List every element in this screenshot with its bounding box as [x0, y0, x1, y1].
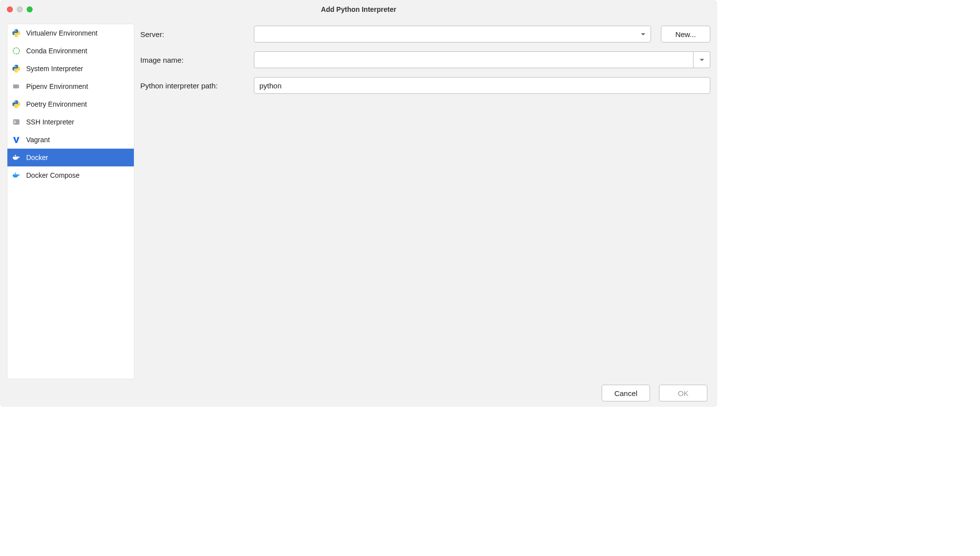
interpreter-type-sidebar: Virtualenv Environment Conda Environment… [7, 24, 134, 379]
close-window-button[interactable] [7, 6, 13, 12]
ok-button-label: OK [678, 389, 689, 397]
sidebar-item-label: Vagrant [26, 136, 50, 144]
sidebar-item-label: Poetry Environment [26, 100, 87, 108]
svg-rect-9 [15, 173, 16, 174]
terminal-icon [11, 117, 21, 127]
sidebar-item-label: SSH Interpreter [26, 118, 74, 126]
python-icon [11, 64, 21, 74]
sidebar-item-label: Pipenv Environment [26, 82, 88, 90]
sidebar-item-virtualenv[interactable]: Virtualenv Environment [7, 24, 134, 42]
sidebar-item-ssh[interactable]: SSH Interpreter [7, 113, 134, 131]
interpreter-path-value: python [259, 81, 282, 90]
pipenv-icon [11, 81, 21, 91]
image-name-row: Image name: [140, 51, 710, 68]
python-icon [11, 28, 21, 38]
server-label: Server: [140, 30, 254, 39]
sidebar-item-conda[interactable]: Conda Environment [7, 42, 134, 60]
sidebar-item-label: Docker Compose [26, 171, 80, 179]
sidebar-item-label: Docker [26, 154, 48, 161]
interpreter-path-input[interactable]: python [254, 77, 710, 94]
image-name-dropdown-button[interactable] [694, 51, 710, 68]
svg-rect-1 [13, 119, 20, 124]
new-server-button-label: New... [675, 30, 696, 39]
cancel-button-label: Cancel [614, 389, 638, 397]
dialog-window: Add Python Interpreter Virtualenv Enviro… [0, 0, 717, 407]
python-icon [11, 99, 21, 109]
docker-config-form: Server: New... Image name: [139, 24, 710, 379]
image-name-label: Image name: [140, 56, 254, 64]
svg-rect-5 [15, 155, 16, 156]
svg-point-0 [13, 48, 20, 54]
chevron-down-icon [697, 55, 706, 64]
window-controls [0, 6, 33, 12]
new-server-button[interactable]: New... [661, 26, 710, 42]
chevron-down-icon [639, 30, 648, 39]
server-combobox[interactable] [254, 26, 651, 42]
sidebar-item-poetry[interactable]: Poetry Environment [7, 95, 134, 113]
sidebar-item-docker-compose[interactable]: Docker Compose [7, 166, 134, 184]
dialog-title: Add Python Interpreter [0, 5, 717, 13]
titlebar: Add Python Interpreter [0, 0, 717, 19]
interpreter-path-label: Python interpreter path: [140, 81, 254, 90]
interpreter-path-row: Python interpreter path: python [140, 77, 710, 94]
sidebar-item-label: System Interpreter [26, 65, 83, 73]
image-name-input[interactable] [254, 51, 694, 68]
sidebar-item-docker[interactable]: Docker [7, 149, 134, 166]
sidebar-item-label: Virtualenv Environment [26, 29, 97, 37]
conda-icon [11, 46, 21, 56]
cancel-button[interactable]: Cancel [602, 385, 650, 401]
sidebar-item-label: Conda Environment [26, 47, 87, 55]
sidebar-item-pipenv[interactable]: Pipenv Environment [7, 78, 134, 95]
docker-icon [11, 153, 21, 162]
docker-icon [11, 170, 21, 180]
sidebar-item-system[interactable]: System Interpreter [7, 60, 134, 78]
ok-button[interactable]: OK [659, 385, 707, 401]
vagrant-icon [11, 135, 21, 145]
maximize-window-button[interactable] [27, 6, 33, 12]
dialog-footer: Cancel OK [0, 379, 717, 407]
server-row: Server: New... [140, 26, 710, 42]
dialog-body: Virtualenv Environment Conda Environment… [0, 19, 717, 379]
sidebar-item-vagrant[interactable]: Vagrant [7, 131, 134, 149]
minimize-window-button[interactable] [17, 6, 23, 12]
